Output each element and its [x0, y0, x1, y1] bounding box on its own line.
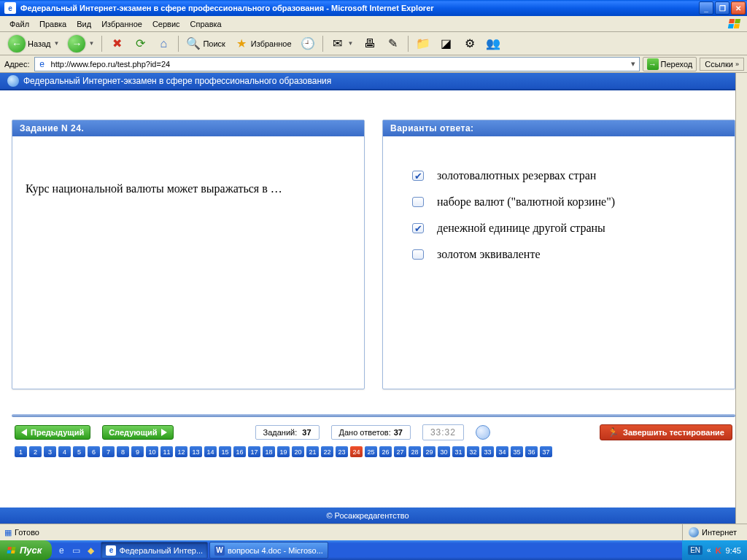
print-icon: 🖶: [363, 36, 377, 51]
question-number[interactable]: 17: [248, 446, 260, 457]
timer-box: 33:32: [422, 424, 464, 440]
question-number[interactable]: 9: [131, 446, 144, 457]
page-status-icon: ▦: [4, 528, 12, 537]
menu-help[interactable]: Справка: [185, 18, 227, 30]
question-number[interactable]: 4: [58, 446, 71, 457]
answer-text: наборе валют ("валютной корзине"): [437, 193, 615, 211]
links-button[interactable]: Ссылки»: [700, 58, 744, 71]
vertical-scrollbar[interactable]: [735, 73, 747, 524]
menu-tools[interactable]: Сервис: [147, 18, 185, 30]
restore-button[interactable]: ❐: [715, 1, 729, 15]
internet-zone-icon: [689, 527, 699, 537]
prev-button[interactable]: Предыдущий: [15, 425, 90, 440]
question-number[interactable]: 19: [277, 446, 290, 457]
question-number[interactable]: 27: [394, 446, 406, 457]
menu-edit[interactable]: Правка: [34, 18, 71, 30]
next-button[interactable]: Следующий: [102, 425, 173, 440]
taskbar-item[interactable]: eФедеральный Интер...: [101, 542, 208, 559]
question-number[interactable]: 23: [336, 446, 348, 457]
close-button[interactable]: ✕: [731, 1, 746, 15]
tray-chevron-icon[interactable]: «: [707, 546, 711, 554]
question-number[interactable]: 28: [409, 446, 421, 457]
go-button[interactable]: → Переход: [643, 57, 697, 71]
question-number[interactable]: 14: [204, 446, 217, 457]
history-button[interactable]: 🕘: [297, 34, 319, 53]
stop-icon: ✖: [109, 36, 124, 51]
tray-av-icon[interactable]: K: [716, 546, 721, 555]
quick-launch-ie-icon[interactable]: e: [55, 544, 68, 557]
question-number[interactable]: 37: [540, 446, 552, 457]
address-input[interactable]: [50, 58, 627, 71]
finish-button[interactable]: 🏃Завершить тестирование: [600, 424, 732, 440]
question-number[interactable]: 8: [117, 446, 129, 457]
start-button[interactable]: Пуск: [0, 540, 52, 560]
minimize-button[interactable]: _: [699, 1, 713, 15]
toolbar-extra-2[interactable]: ◪: [436, 34, 457, 53]
question-number[interactable]: 24: [350, 446, 363, 457]
question-number[interactable]: 34: [496, 446, 508, 457]
language-indicator[interactable]: EN: [688, 545, 703, 555]
home-button[interactable]: ⌂: [152, 34, 174, 53]
mail-button[interactable]: ✉▼: [327, 34, 357, 53]
question-number[interactable]: 31: [452, 446, 465, 457]
question-number[interactable]: 33: [481, 446, 494, 457]
question-number[interactable]: 22: [321, 446, 333, 457]
question-number[interactable]: 3: [44, 446, 56, 457]
forward-button[interactable]: → ▼: [64, 34, 98, 53]
window-title: Федеральный Интернет-экзамен в сфере про…: [19, 4, 699, 12]
question-number[interactable]: 16: [233, 446, 246, 457]
quick-launch-desktop-icon[interactable]: ▭: [69, 544, 82, 557]
print-button[interactable]: 🖶: [359, 34, 381, 53]
toolbar-extra-4[interactable]: 👥: [482, 34, 504, 53]
toolbar-extra-1[interactable]: 📁: [412, 34, 434, 53]
question-number[interactable]: 11: [160, 446, 173, 457]
page-icon: e: [36, 58, 48, 70]
taskbar: Пуск e ▭ ◆ eФедеральный Интер...Wвопросы…: [0, 540, 747, 560]
question-number[interactable]: 2: [29, 446, 42, 457]
quick-launch-app-icon[interactable]: ◆: [84, 544, 97, 557]
back-button[interactable]: ← Назад ▼: [4, 34, 63, 53]
menu-favorites[interactable]: Избранное: [96, 18, 147, 30]
answer-checkbox[interactable]: ✔: [412, 171, 424, 181]
question-number[interactable]: 26: [379, 446, 392, 457]
question-number[interactable]: 21: [306, 446, 319, 457]
search-button[interactable]: 🔍Поиск: [182, 34, 228, 53]
globe-icon: [7, 75, 19, 87]
question-number[interactable]: 6: [88, 446, 100, 457]
toolbar-extra-3[interactable]: ⚙: [459, 34, 481, 53]
controls-row: Предыдущий Следующий Заданий: 37 Дано от…: [0, 424, 747, 440]
edit-button[interactable]: ✎: [382, 34, 404, 53]
question-number[interactable]: 29: [423, 446, 436, 457]
chevron-down-icon: ▼: [54, 40, 60, 47]
question-number[interactable]: 7: [102, 446, 115, 457]
answer-checkbox[interactable]: [412, 197, 424, 207]
taskbar-item[interactable]: Wвопросы 4.doc - Microso...: [209, 542, 328, 559]
menu-file[interactable]: Файл: [4, 18, 34, 30]
stop-button[interactable]: ✖: [106, 34, 128, 53]
answer-checkbox[interactable]: [412, 249, 424, 260]
address-input-wrap[interactable]: e ▾: [34, 57, 640, 71]
answer-checkbox[interactable]: ✔: [412, 223, 424, 233]
question-number[interactable]: 35: [511, 446, 523, 457]
question-number[interactable]: 30: [438, 446, 450, 457]
favorites-button[interactable]: ★Избранное: [231, 34, 295, 53]
question-number[interactable]: 25: [365, 446, 377, 457]
clock-icon: [476, 425, 490, 440]
question-number[interactable]: 32: [467, 446, 479, 457]
question-number[interactable]: 20: [292, 446, 304, 457]
address-dropdown[interactable]: ▾: [627, 59, 639, 69]
go-arrow-icon: →: [647, 58, 659, 70]
question-number[interactable]: 1: [15, 446, 27, 457]
refresh-button[interactable]: ⟳: [129, 34, 151, 53]
question-number[interactable]: 5: [73, 446, 85, 457]
question-number[interactable]: 18: [263, 446, 275, 457]
question-number[interactable]: 12: [175, 446, 187, 457]
answer-text: денежной единице другой страны: [437, 219, 605, 237]
menu-view[interactable]: Вид: [71, 18, 96, 30]
question-number[interactable]: 13: [190, 446, 202, 457]
question-number[interactable]: 15: [219, 446, 231, 457]
question-number[interactable]: 10: [146, 446, 158, 457]
question-number[interactable]: 36: [525, 446, 538, 457]
tray-clock[interactable]: 9:45: [726, 546, 741, 555]
page-footer: © Росаккредагентство: [0, 508, 735, 524]
